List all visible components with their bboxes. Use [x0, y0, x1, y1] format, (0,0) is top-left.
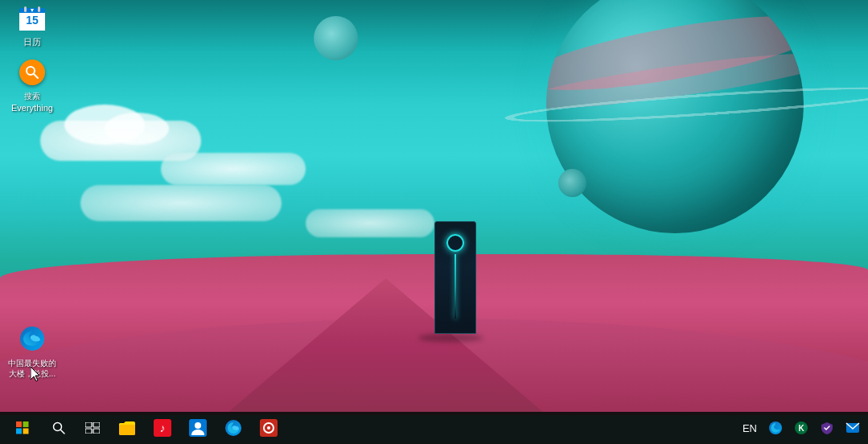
moon-small-mid [558, 169, 586, 197]
calendar-icon: ▼ 15 [16, 2, 48, 34]
everything-sublabel: 搜索 [22, 91, 43, 102]
taskbar: ♪ [0, 412, 868, 444]
cloud-2 [161, 153, 306, 185]
everything-icon-label: Everything [9, 102, 56, 114]
taskbar-app-edge[interactable] [216, 412, 251, 444]
taskbar-app-people[interactable] [180, 412, 216, 444]
svg-rect-19 [93, 422, 100, 427]
svg-rect-14 [16, 429, 22, 434]
taskbar-app-music[interactable]: ♪ [145, 412, 180, 444]
svg-text:▼: ▼ [30, 7, 35, 13]
calendar-icon-label: 日历 [21, 36, 43, 48]
tray-notifications[interactable] [841, 412, 865, 444]
taskbar-search-button[interactable] [42, 412, 76, 444]
svg-point-31 [267, 426, 270, 430]
svg-point-32 [769, 421, 782, 434]
moon-small-top [314, 16, 358, 60]
svg-rect-7 [38, 6, 40, 12]
svg-rect-12 [16, 421, 22, 427]
svg-rect-18 [85, 422, 92, 427]
svg-rect-6 [24, 6, 27, 12]
taskbar-app-red[interactable] [251, 412, 286, 444]
svg-text:♪: ♪ [160, 421, 166, 434]
desktop-icon-edge[interactable]: 中国最失败的大楼，总投... [4, 323, 60, 380]
tray-language[interactable]: EN [738, 412, 762, 444]
cloud-3 [80, 185, 282, 221]
svg-rect-20 [85, 429, 92, 434]
svg-text:15: 15 [26, 14, 39, 27]
desktop: ▼ 15 日历 搜索 Everything [0, 0, 868, 444]
tray-vpn-shield[interactable] [815, 412, 839, 444]
svg-rect-15 [23, 429, 29, 434]
edge-desktop-icon-img [16, 323, 48, 355]
language-label: EN [743, 422, 757, 434]
system-tray: EN K [738, 412, 865, 444]
svg-text:K: K [798, 424, 804, 433]
taskbar-taskview-button[interactable] [76, 412, 109, 444]
svg-rect-21 [93, 429, 100, 434]
everything-search-icon [16, 56, 48, 88]
desktop-icon-calendar[interactable]: ▼ 15 日历 [4, 2, 60, 48]
cloud-4 [306, 209, 434, 237]
taskbar-app-file-explorer[interactable] [109, 412, 145, 444]
svg-rect-13 [23, 421, 29, 427]
svg-point-27 [195, 422, 201, 429]
start-button[interactable] [3, 412, 42, 444]
monolith-tower [434, 221, 476, 334]
monolith-shadow [418, 334, 483, 342]
svg-rect-23 [119, 425, 135, 435]
tray-edge-icon[interactable] [763, 412, 788, 444]
tray-kaspersky[interactable]: K [789, 412, 813, 444]
edge-desktop-label: 中国最失败的大楼，总投... [5, 357, 60, 380]
desktop-icon-everything[interactable]: 搜索 Everything [4, 56, 60, 114]
svg-line-9 [34, 74, 38, 78]
svg-line-17 [61, 430, 65, 434]
